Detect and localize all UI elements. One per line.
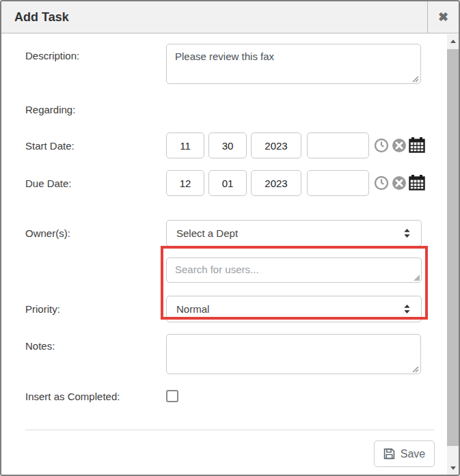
due-day-input[interactable]	[208, 170, 247, 196]
priority-label: Priority:	[25, 303, 60, 315]
due-time-input[interactable]	[307, 170, 369, 196]
start-clock-icon[interactable]	[374, 138, 389, 153]
insert-completed-checkbox[interactable]	[166, 390, 178, 402]
dept-select[interactable]: Select a Dept	[166, 220, 422, 247]
due-clear-icon[interactable]	[392, 176, 407, 191]
due-date-label: Due Date:	[25, 178, 72, 189]
select-updown-icon	[403, 228, 411, 238]
due-clock-icon[interactable]	[374, 176, 389, 191]
start-calendar-icon[interactable]	[409, 137, 425, 153]
add-task-dialog: Add Task ✖ Description: Please review th…	[0, 0, 460, 476]
description-input[interactable]: Please review this fax	[166, 44, 421, 84]
select-updown-icon	[403, 304, 411, 314]
notes-label: Notes:	[25, 340, 55, 352]
triangle-down-icon	[450, 466, 456, 470]
description-label: Description:	[25, 50, 79, 61]
footer-divider	[25, 430, 434, 430]
start-month-input[interactable]	[166, 132, 204, 158]
due-calendar-icon[interactable]	[409, 174, 425, 191]
due-month-input[interactable]	[166, 170, 204, 196]
save-button-label: Save	[401, 448, 425, 460]
priority-select-value: Normal	[176, 303, 403, 315]
dialog-body: Description: Please review this fax Rega…	[1, 34, 459, 475]
start-time-input[interactable]	[307, 132, 369, 158]
close-icon: ✖	[438, 11, 448, 23]
dept-select-value: Select a Dept	[176, 227, 403, 239]
save-button[interactable]: Save	[374, 440, 435, 467]
triangle-up-icon	[450, 40, 456, 43]
owners-label: Owner(s):	[25, 227, 70, 239]
scroll-up-button[interactable]	[447, 34, 459, 48]
start-clear-icon[interactable]	[392, 138, 407, 153]
dialog-header: Add Task ✖	[1, 1, 459, 33]
start-day-input[interactable]	[208, 132, 247, 158]
regarding-label: Regarding:	[25, 104, 75, 115]
scrollbar-thumb[interactable]	[447, 49, 459, 446]
due-year-input[interactable]	[251, 170, 301, 196]
dialog-title: Add Task	[14, 10, 69, 25]
scroll-down-button[interactable]	[447, 461, 459, 475]
notes-input[interactable]	[166, 334, 421, 374]
insert-completed-label: Insert as Completed:	[25, 391, 120, 402]
start-date-label: Start Date:	[25, 140, 75, 152]
user-search-input[interactable]	[166, 257, 422, 283]
close-button[interactable]: ✖	[427, 1, 459, 33]
floppy-disk-icon	[383, 448, 395, 460]
start-year-input[interactable]	[251, 132, 301, 158]
priority-select[interactable]: Normal	[166, 296, 422, 322]
vertical-scrollbar[interactable]	[447, 34, 459, 475]
